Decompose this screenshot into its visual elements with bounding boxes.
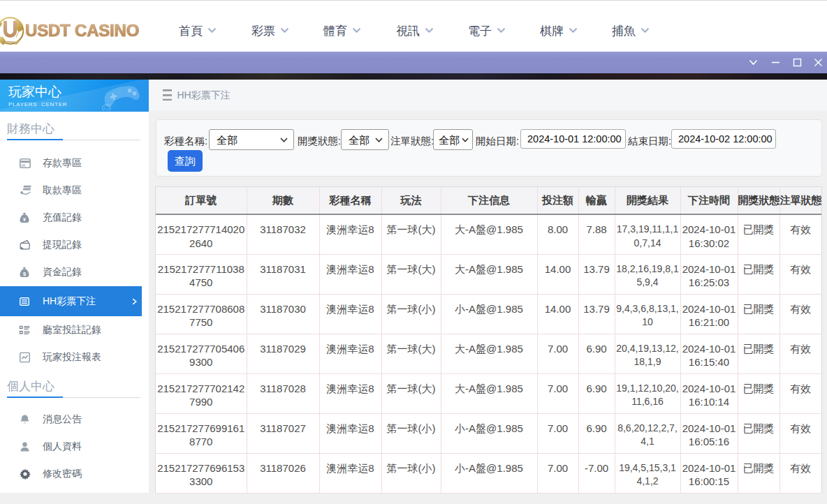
svg-text:casino: casino: [5, 40, 16, 43]
svg-text:¥: ¥: [23, 216, 26, 221]
